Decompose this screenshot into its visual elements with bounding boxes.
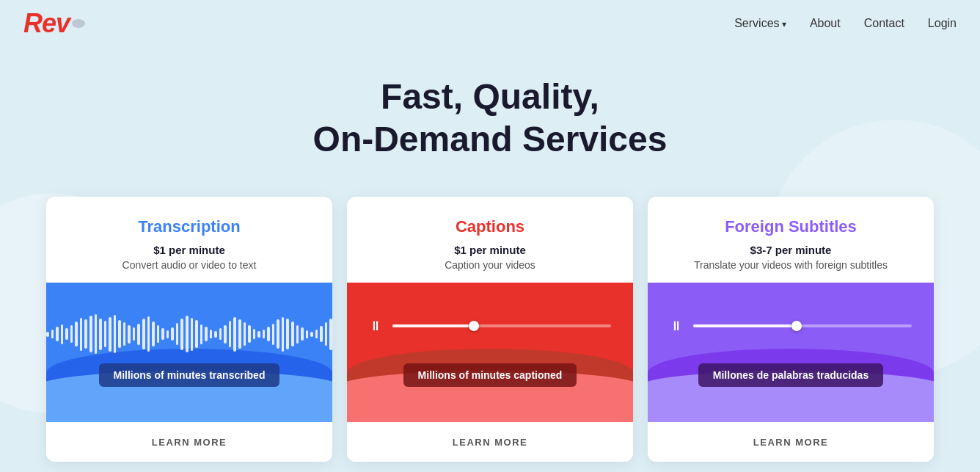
waveform-bar xyxy=(186,316,189,352)
waveform-bar xyxy=(238,319,241,349)
waveform-bar xyxy=(180,319,183,350)
waveform-bar xyxy=(157,325,160,342)
nav-links: Services About Contact Login xyxy=(734,17,957,30)
waveform-bar xyxy=(282,317,285,352)
waveform-bar xyxy=(219,328,222,340)
slider-fill xyxy=(392,324,469,327)
hero-title-line2: On-Demand Services xyxy=(313,120,668,159)
waveform-bar xyxy=(99,319,102,350)
waveform-bar xyxy=(114,315,117,353)
waveform-bar xyxy=(248,325,251,342)
slider-thumb-subtitles xyxy=(791,321,802,331)
card-transcription-top: Transcription $1 per minute Convert audi… xyxy=(46,197,332,283)
waveform xyxy=(46,312,332,356)
waveform-bar xyxy=(167,330,169,338)
subtitles-badge: Millones de palabras traducidas xyxy=(698,363,883,387)
waveform-bar xyxy=(272,324,275,345)
card-transcription-footer: LEARN MORE xyxy=(46,422,332,462)
waveform-bar xyxy=(253,329,256,339)
waveform-bar xyxy=(104,321,107,347)
waveform-bar xyxy=(301,327,304,341)
waveform-bar xyxy=(80,318,83,351)
waveform-bar xyxy=(224,325,227,344)
waveform-bar xyxy=(191,318,194,351)
card-subtitles-visual: ⏸ Millones de palabras traducidas xyxy=(648,283,934,422)
waveform-bar xyxy=(296,325,299,344)
slider-thumb xyxy=(469,321,479,331)
waveform-bar xyxy=(176,323,179,346)
logo-oval xyxy=(72,19,85,28)
waveform-bar xyxy=(65,328,68,340)
waveform-bar xyxy=(257,331,260,338)
waveform-bar xyxy=(286,319,289,349)
waveform-bar xyxy=(267,327,270,341)
slider-track[interactable] xyxy=(392,324,611,327)
waveform-bar xyxy=(133,327,136,341)
subtitles-learn-more[interactable]: LEARN MORE xyxy=(753,437,828,448)
nav-about[interactable]: About xyxy=(810,17,841,30)
logo[interactable]: Rev xyxy=(23,8,85,39)
transcription-learn-more[interactable]: LEARN MORE xyxy=(152,437,227,448)
waveform-bar xyxy=(109,317,111,352)
nav-services[interactable]: Services xyxy=(734,17,786,30)
logo-text: Rev xyxy=(23,8,70,39)
card-subtitles-top: Foreign Subtitles $3-7 per minute Transl… xyxy=(648,197,934,283)
waveform-bar xyxy=(142,319,145,349)
hero-title: Fast, Quality, On-Demand Services xyxy=(15,76,965,160)
waveform-bar xyxy=(75,322,78,346)
card-subtitles-desc: Translate your videos with foreign subti… xyxy=(665,259,916,271)
waveform-bar xyxy=(263,330,266,339)
waveform-bar xyxy=(95,314,98,354)
subtitles-slider[interactable]: ⏸ xyxy=(670,319,912,333)
card-transcription-visual: Millions of minutes transcribed xyxy=(46,283,332,422)
card-transcription-price: $1 per minute xyxy=(64,244,315,256)
waveform-bar xyxy=(277,319,279,349)
waveform-bar xyxy=(84,319,87,349)
waveform-bar xyxy=(325,322,328,346)
waveform-bar xyxy=(147,316,150,352)
slider-track-subtitles[interactable] xyxy=(693,324,912,327)
waveform-bar xyxy=(320,326,323,342)
waveform-bar xyxy=(56,327,59,341)
waveform-bar xyxy=(214,331,217,338)
waveform-bar xyxy=(128,325,131,344)
card-captions-desc: Caption your videos xyxy=(365,259,615,271)
waveform-bar xyxy=(329,319,332,350)
slider-fill-subtitles xyxy=(693,324,791,327)
waveform-bar xyxy=(195,320,198,348)
waveform-bar xyxy=(291,322,294,346)
waveform-bar xyxy=(89,316,92,352)
card-subtitles-footer: LEARN MORE xyxy=(648,422,934,462)
waveform-bar xyxy=(205,327,208,341)
captions-badge: Millions of minutes captioned xyxy=(403,363,577,387)
card-transcription-title: Transcription xyxy=(64,217,315,236)
card-subtitles-price: $3-7 per minute xyxy=(665,244,916,256)
waveform-bar xyxy=(61,324,64,344)
transcription-badge: Millions of minutes transcribed xyxy=(99,363,280,387)
pause-icon-subtitles: ⏸ xyxy=(670,319,683,333)
captions-learn-more[interactable]: LEARN MORE xyxy=(453,437,527,448)
waveform-bar xyxy=(51,330,54,339)
hero-title-line1: Fast, Quality, xyxy=(381,77,599,116)
waveform-bar xyxy=(233,317,236,352)
card-transcription: Transcription $1 per minute Convert audi… xyxy=(46,197,332,462)
waveform-bar xyxy=(70,325,73,342)
waveform-bar xyxy=(171,327,174,341)
waveform-bar xyxy=(46,332,49,337)
waveform-bar xyxy=(244,322,246,346)
pause-icon: ⏸ xyxy=(369,319,382,333)
waveform-bar xyxy=(200,324,203,344)
nav-contact[interactable]: Contact xyxy=(864,17,904,30)
waveform-bar xyxy=(210,330,213,339)
cards-section: Transcription $1 per minute Convert audi… xyxy=(0,197,980,472)
navigation: Rev Services About Contact Login xyxy=(0,0,980,46)
card-captions-footer: LEARN MORE xyxy=(347,422,633,462)
card-captions-title: Captions xyxy=(365,217,615,236)
captions-slider[interactable]: ⏸ xyxy=(369,319,611,333)
nav-login[interactable]: Login xyxy=(928,17,957,30)
waveform-bar xyxy=(315,330,318,339)
waveform-bar xyxy=(118,320,121,348)
waveform-bar xyxy=(137,324,140,345)
waveform-bar xyxy=(229,321,232,347)
waveform-bar xyxy=(306,330,309,338)
